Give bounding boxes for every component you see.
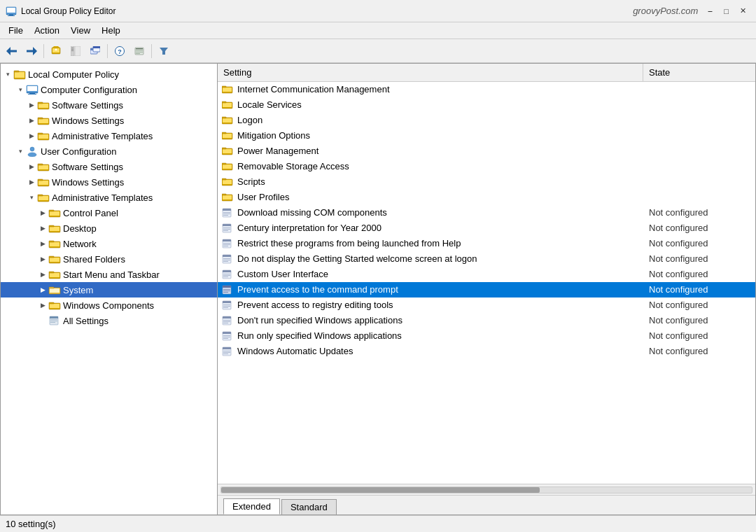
list-item[interactable]: User Profiles	[218, 190, 755, 205]
list-item[interactable]: Restrict these programs from being launc…	[218, 236, 755, 251]
list-item[interactable]: Century interpretation for Year 2000 Not…	[218, 220, 755, 236]
sw2-toggle[interactable]: ▶	[26, 161, 37, 172]
row-state-value: Not configured	[643, 253, 755, 264]
help-button[interactable]: ?	[111, 42, 129, 60]
row-state-value: Not configured	[643, 346, 755, 356]
as-icon	[48, 315, 61, 326]
svg-rect-36	[29, 93, 35, 94]
tree-shared-folders[interactable]: ▶ Shared Folders	[1, 251, 217, 267]
list-item[interactable]: Power Management	[218, 144, 755, 159]
svg-rect-86	[222, 86, 226, 88]
list-item[interactable]: Internet Communication Management	[218, 82, 755, 97]
tree-desktop[interactable]: ▶ Desktop	[1, 220, 217, 236]
filter-button[interactable]	[155, 42, 173, 60]
tree-win-components[interactable]: ▶ Windows Components	[1, 298, 217, 313]
svg-rect-151	[223, 337, 230, 337]
tab-bar: Extended Standard	[218, 495, 755, 514]
tab-extended[interactable]: Extended	[223, 498, 280, 514]
tree-win-settings-1[interactable]: ▶ Windows Settings	[1, 113, 217, 128]
tree-system[interactable]: ▶ System	[1, 282, 217, 298]
menu-help[interactable]: Help	[96, 24, 126, 37]
list-item-selected[interactable]: Prevent access to the command prompt Not…	[218, 282, 755, 298]
maximize-button[interactable]: □	[720, 6, 733, 17]
desktop-toggle[interactable]: ▶	[37, 223, 48, 234]
cp-toggle[interactable]: ▶	[37, 207, 48, 218]
row-setting-name: Internet Communication Management	[237, 84, 643, 94]
tree-network[interactable]: ▶ Network	[1, 236, 217, 251]
wc-toggle[interactable]: ▶	[37, 300, 48, 311]
list-content[interactable]: Internet Communication Management Locale…	[218, 82, 755, 484]
sw1-toggle[interactable]: ▶	[26, 99, 37, 111]
admin2-icon	[37, 192, 50, 203]
list-item[interactable]: Locale Services	[218, 97, 755, 113]
tree-sw-settings-2[interactable]: ▶ Software Settings	[1, 159, 217, 174]
h-scrollbar-track[interactable]	[220, 486, 752, 493]
col-state-header[interactable]: State	[643, 64, 755, 81]
row-policy-icon	[218, 223, 237, 233]
sf-toggle[interactable]: ▶	[37, 253, 48, 265]
tree-root[interactable]: ▾ Local Computer Policy	[1, 66, 217, 82]
admin1-toggle[interactable]: ▶	[26, 130, 37, 141]
user-config-toggle[interactable]: ▾	[15, 146, 26, 157]
svg-rect-89	[222, 102, 226, 103]
svg-rect-121	[223, 244, 230, 245]
system-toggle[interactable]: ▶	[37, 284, 48, 295]
root-toggle[interactable]: ▾	[2, 69, 13, 80]
list-item[interactable]: Download missing COM components Not conf…	[218, 205, 755, 220]
win1-toggle[interactable]: ▶	[26, 115, 37, 126]
tree-admin-tmpl-1[interactable]: ▶ Administrative Templates	[1, 128, 217, 144]
close-button[interactable]: ✕	[736, 5, 750, 17]
tree-admin-tmpl-2[interactable]: ▾ Administrative Templates	[1, 190, 217, 205]
col-setting-header[interactable]: Setting	[218, 64, 643, 81]
desktop-icon	[48, 223, 61, 234]
win2-label: Windows Settings	[52, 177, 124, 188]
list-item[interactable]: Prevent access to registry editing tools…	[218, 298, 755, 313]
list-item[interactable]: Don't run specified Windows applications…	[218, 313, 755, 328]
admin2-toggle[interactable]: ▾	[26, 192, 37, 203]
sm-toggle[interactable]: ▶	[37, 269, 48, 280]
list-item[interactable]: Removable Storage Access	[218, 159, 755, 174]
export-button[interactable]	[130, 42, 148, 60]
tree-start-menu[interactable]: ▶ Start Menu and Taskbar	[1, 267, 217, 282]
network-toggle[interactable]: ▶	[37, 238, 48, 249]
menu-action[interactable]: Action	[29, 24, 65, 37]
tab-standard[interactable]: Standard	[281, 499, 337, 514]
list-item[interactable]: Mitigation Options	[218, 128, 755, 144]
status-bar: 10 setting(s)	[0, 515, 756, 532]
computer-config-toggle[interactable]: ▾	[15, 84, 26, 95]
svg-rect-45	[38, 134, 48, 139]
svg-rect-8	[27, 50, 34, 52]
row-policy-icon	[218, 270, 237, 279]
tree-all-settings[interactable]: All Settings	[1, 313, 217, 328]
row-setting-name: Logon	[237, 115, 643, 125]
back-button[interactable]	[3, 42, 21, 60]
minimize-button[interactable]: ‒	[704, 5, 717, 17]
svg-rect-14	[75, 46, 80, 56]
forward-button[interactable]	[22, 42, 41, 60]
up-button[interactable]	[47, 42, 65, 60]
h-scrollbar-thumb[interactable]	[221, 487, 540, 493]
svg-rect-139	[223, 301, 231, 303]
tree-computer-config[interactable]: ▾ Computer Configuration	[1, 82, 217, 97]
new-window-button[interactable]	[86, 42, 104, 60]
horizontal-scrollbar[interactable]	[218, 484, 755, 495]
svg-rect-57	[38, 195, 43, 196]
list-item[interactable]: Scripts	[218, 174, 755, 190]
tree-sw-settings-1[interactable]: ▶ Software Settings	[1, 97, 217, 113]
svg-rect-26	[136, 50, 143, 51]
menu-file[interactable]: File	[3, 24, 29, 37]
list-item[interactable]: Do not display the Getting Started welco…	[218, 251, 755, 267]
list-item[interactable]: Windows Automatic Updates Not configured	[218, 344, 755, 359]
svg-rect-43	[38, 118, 43, 119]
list-item[interactable]: Logon	[218, 113, 755, 128]
list-item[interactable]: Custom User Interface Not configured	[218, 267, 755, 282]
tree-win-settings-2[interactable]: ▶ Windows Settings	[1, 174, 217, 190]
svg-rect-85	[223, 88, 232, 92]
win2-toggle[interactable]: ▶	[26, 176, 37, 188]
menu-view[interactable]: View	[65, 24, 96, 37]
list-item[interactable]: Run only specified Windows applications …	[218, 328, 755, 344]
window-controls[interactable]: ‒ □ ✕	[704, 5, 750, 17]
tree-user-config[interactable]: ▾ User Configuration	[1, 144, 217, 159]
tree-control-panel[interactable]: ▶ Control Panel	[1, 205, 217, 220]
show-hide-button[interactable]	[66, 42, 85, 60]
